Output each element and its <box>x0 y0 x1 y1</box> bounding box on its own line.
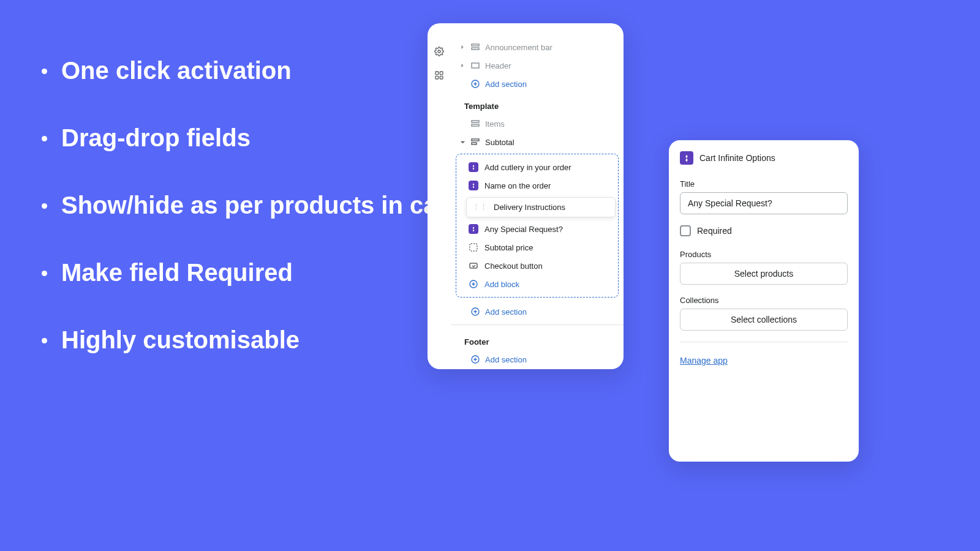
add-section-button[interactable]: Add section <box>451 350 624 369</box>
block-label: Add cutlery in your order <box>484 163 571 172</box>
svg-rect-4 <box>440 76 443 79</box>
chevron-right-icon <box>459 63 466 68</box>
feature-item: Make field Required <box>37 257 454 288</box>
plus-circle-icon <box>470 307 480 317</box>
app-settings-panel: Cart Infinite Options Title Required Pro… <box>669 140 859 462</box>
products-field-label: Products <box>680 250 848 259</box>
add-section-button[interactable]: Add section <box>451 302 624 321</box>
price-icon <box>469 242 478 252</box>
svg-rect-12 <box>472 143 477 144</box>
block-label: Any Special Request? <box>484 225 563 234</box>
section-label: Subtotal <box>485 138 615 147</box>
block-special-request[interactable]: Any Special Request? <box>456 220 618 238</box>
items-icon <box>470 119 480 129</box>
app-logo-icon <box>680 151 693 165</box>
add-block-button[interactable]: Add block <box>456 275 618 293</box>
section-label: Items <box>485 119 615 129</box>
svg-point-0 <box>438 50 440 53</box>
app-block-icon <box>469 162 478 172</box>
chevron-down-icon <box>459 140 466 145</box>
app-block-icon <box>469 224 478 234</box>
section-label: Header <box>485 61 615 70</box>
subtotal-blocks-container: Add cutlery in your order Name on the or… <box>456 154 619 298</box>
collections-field-label: Collections <box>680 296 848 305</box>
plus-circle-icon <box>469 279 478 289</box>
title-field-label: Title <box>680 179 848 189</box>
section-icon <box>470 42 480 52</box>
divider <box>451 324 624 325</box>
svg-rect-3 <box>435 76 439 79</box>
svg-rect-7 <box>472 63 479 68</box>
section-items[interactable]: Items <box>451 114 624 133</box>
section-label: Announcement bar <box>485 43 615 52</box>
button-label: Add section <box>485 355 615 364</box>
block-cutlery[interactable]: Add cutlery in your order <box>456 158 618 176</box>
apps-icon[interactable] <box>434 70 444 82</box>
svg-rect-11 <box>472 139 479 141</box>
svg-rect-9 <box>472 121 479 122</box>
block-label: Checkout button <box>484 261 543 271</box>
gear-icon[interactable] <box>434 47 444 58</box>
svg-rect-13 <box>470 244 477 251</box>
block-delivery-instructions-dragging[interactable]: ⋮⋮ Delivery Instructions <box>466 197 616 217</box>
feature-item: One click activation <box>37 55 454 86</box>
section-header[interactable]: Header <box>451 56 624 75</box>
block-subtotal-price[interactable]: Subtotal price <box>456 238 618 257</box>
block-name-on-order[interactable]: Name on the order <box>456 176 618 195</box>
editor-rail <box>428 28 451 369</box>
section-announcement-bar[interactable]: Announcement bar <box>451 38 624 56</box>
block-label: Subtotal price <box>484 243 533 252</box>
app-block-icon <box>469 181 478 190</box>
divider <box>680 342 848 342</box>
drag-handle-icon[interactable]: ⋮⋮ <box>473 203 488 211</box>
section-subtotal[interactable]: Subtotal <box>451 133 624 151</box>
svg-rect-10 <box>472 124 479 126</box>
button-label: Add section <box>485 80 615 89</box>
checkout-icon <box>469 261 478 271</box>
panel-header: Cart Infinite Options <box>680 151 848 165</box>
feature-item: Drag-drop fields <box>37 122 454 153</box>
required-checkbox[interactable]: Required <box>680 225 848 236</box>
plus-circle-icon <box>470 354 480 364</box>
feature-list: One click activation Drag-drop fields Sh… <box>37 55 454 392</box>
plus-circle-icon <box>470 79 480 89</box>
checkbox-label: Required <box>697 226 732 236</box>
feature-item: Show/hide as per products in cart <box>37 190 454 220</box>
section-group-template: Template <box>451 93 624 114</box>
add-section-button[interactable]: Add section <box>451 75 624 93</box>
block-checkout-button[interactable]: Checkout button <box>456 257 618 275</box>
block-label: Name on the order <box>484 181 551 190</box>
svg-rect-1 <box>435 72 439 75</box>
block-label: Delivery Instructions <box>494 203 565 212</box>
chevron-right-icon <box>459 45 466 50</box>
button-label: Add block <box>484 280 519 289</box>
svg-rect-2 <box>440 72 443 75</box>
title-input[interactable] <box>680 192 848 214</box>
feature-item: Highly customisable <box>37 324 454 355</box>
select-collections-button[interactable]: Select collections <box>680 309 848 331</box>
svg-rect-5 <box>472 44 479 46</box>
button-label: Add section <box>485 307 615 317</box>
checkbox-box-icon <box>680 225 691 236</box>
svg-rect-6 <box>472 48 479 50</box>
section-group-footer: Footer <box>451 329 624 350</box>
subtotal-icon <box>470 137 480 147</box>
manage-app-link[interactable]: Manage app <box>680 356 728 365</box>
theme-editor-panel: Announcement bar Header Add section Temp… <box>428 23 624 369</box>
section-icon <box>470 61 480 70</box>
select-products-button[interactable]: Select products <box>680 263 848 285</box>
app-name: Cart Infinite Options <box>699 153 775 163</box>
